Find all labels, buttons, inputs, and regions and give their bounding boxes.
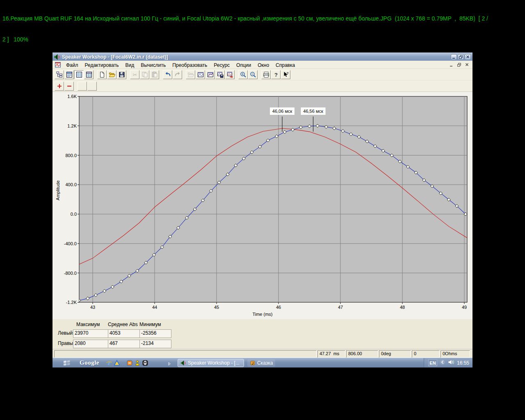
context-help-button[interactable]: ? bbox=[281, 70, 290, 79]
yellow-figure-icon[interactable] bbox=[134, 360, 141, 366]
tray-collapse-icon[interactable] bbox=[440, 359, 445, 367]
window-title: Speaker Workshop - [Focal6W2.in.r (datas… bbox=[62, 54, 451, 60]
status-value: 806.00 bbox=[346, 350, 378, 358]
taskbar-button-label: Speaker Workshop - [... bbox=[188, 360, 240, 366]
help-button[interactable]: ? bbox=[271, 70, 281, 79]
desktop-screenshot: Speaker Workshop - [Focal6W2.in.r (datas… bbox=[52, 52, 472, 368]
new-button[interactable] bbox=[97, 70, 107, 79]
stats-left-max-field[interactable]: 23970 bbox=[73, 329, 110, 338]
svg-text:46,56 мск: 46,56 мск bbox=[303, 109, 323, 114]
start-button[interactable] bbox=[63, 360, 71, 366]
svg-text:49: 49 bbox=[462, 305, 467, 310]
add-point-button[interactable] bbox=[55, 82, 64, 91]
svg-text:Amplitude: Amplitude bbox=[55, 180, 60, 201]
close-button[interactable] bbox=[465, 54, 471, 60]
sheet2-icon bbox=[76, 71, 82, 78]
view-sheet-button[interactable] bbox=[64, 70, 74, 79]
remove-point-button[interactable] bbox=[64, 82, 74, 91]
menu-item-edit[interactable]: Редактировать bbox=[82, 62, 122, 69]
language-indicator[interactable]: EN bbox=[428, 359, 437, 366]
minimize-button[interactable] bbox=[451, 54, 457, 60]
restore-button[interactable] bbox=[458, 54, 464, 60]
stats-header-avg-abs: Среднее Abs bbox=[108, 322, 138, 327]
quicklaunch-expand-icon[interactable] bbox=[167, 361, 172, 365]
svg-text:45: 45 bbox=[214, 305, 219, 310]
menu-item-help[interactable]: Справка bbox=[272, 62, 298, 69]
taskbar: Google e Speaker Workshop - [... Сказка … bbox=[52, 358, 472, 368]
svg-text:-400.0: -400.0 bbox=[64, 241, 77, 246]
zoom-in-button[interactable] bbox=[238, 70, 248, 79]
redo-icon bbox=[174, 71, 181, 78]
dataset-document-icon bbox=[55, 62, 61, 68]
mdi-restore-button[interactable] bbox=[456, 62, 462, 68]
chart-window-2-button[interactable] bbox=[205, 70, 215, 79]
export-chart-button[interactable] bbox=[225, 70, 235, 79]
zoom-out-button[interactable] bbox=[248, 70, 258, 79]
menu-items: ФайлРедактироватьВидВычислитьПреобразова… bbox=[63, 61, 298, 68]
google-toolbar[interactable]: Google bbox=[80, 359, 99, 366]
menu-item-view[interactable]: Вид bbox=[122, 62, 137, 69]
volume-icon[interactable] bbox=[448, 359, 454, 367]
blank-icon bbox=[79, 83, 86, 89]
triangle-icon[interactable] bbox=[114, 360, 120, 366]
save-button[interactable] bbox=[117, 70, 126, 79]
svg-text:-800.0: -800.0 bbox=[64, 271, 77, 276]
blank-button-1[interactable] bbox=[78, 82, 87, 91]
menu-item-options[interactable]: Опции bbox=[233, 62, 254, 69]
toolbar-standard: ✂?? bbox=[52, 69, 472, 80]
savechart-icon bbox=[217, 71, 224, 78]
paste-button bbox=[150, 70, 159, 79]
orange-badge-icon[interactable] bbox=[126, 360, 133, 366]
print-button[interactable] bbox=[261, 70, 271, 79]
plus-icon bbox=[56, 83, 63, 89]
stats-row-label-left: Левый bbox=[58, 330, 73, 336]
quick-launch: e bbox=[106, 360, 148, 366]
chart-client-area: 434445464748491.6K1.2K800.0400.00.0-400.… bbox=[52, 92, 472, 319]
print-icon bbox=[263, 71, 269, 78]
stats-left-min-field[interactable]: -25356 bbox=[139, 329, 171, 338]
taskbar-button-speaker-workshop[interactable]: Speaker Workshop - [... bbox=[178, 359, 244, 367]
viewer-caption-line1: 16.Реакция MB Quart RUF 164 на Исходный … bbox=[2, 15, 524, 22]
newfile-icon bbox=[99, 71, 105, 78]
viewer-caption: 16.Реакция MB Quart RUF 164 на Исходный … bbox=[2, 1, 524, 50]
status-time: 47.27 ms bbox=[317, 350, 345, 358]
stats-left-avg-abs-field[interactable]: 4053 bbox=[108, 329, 141, 338]
zoomout-icon bbox=[250, 71, 256, 78]
mdi-close-button[interactable] bbox=[464, 62, 470, 68]
blank-icon bbox=[89, 83, 96, 89]
chartwin-icon bbox=[197, 71, 204, 78]
import-button bbox=[186, 70, 195, 79]
view-grid-button[interactable] bbox=[84, 70, 94, 79]
menu-item-window[interactable]: Окно bbox=[254, 62, 272, 69]
blank-button-2[interactable] bbox=[87, 82, 97, 91]
status-extra: 0 bbox=[412, 350, 440, 358]
zoomin-icon bbox=[240, 71, 247, 78]
importfolder-icon bbox=[187, 71, 194, 78]
menu-item-file[interactable]: Файл bbox=[63, 62, 82, 69]
ie-icon[interactable]: e bbox=[106, 360, 112, 366]
svg-text:0.0: 0.0 bbox=[71, 212, 77, 217]
taskbar-button-skazka[interactable]: Сказка bbox=[247, 359, 275, 367]
cut-button: ✂ bbox=[130, 70, 139, 79]
stats-right-avg-abs-field[interactable]: 467 bbox=[108, 340, 141, 348]
stats-right-max-field[interactable]: 2080 bbox=[73, 340, 110, 348]
stats-right-min-field[interactable]: -2134 bbox=[139, 340, 171, 348]
save-chart-button[interactable] bbox=[215, 70, 225, 79]
open-icon bbox=[109, 71, 115, 78]
svg-text:46,06 мск: 46,06 мск bbox=[272, 109, 292, 114]
undo-icon bbox=[164, 71, 171, 78]
svg-text:1.2K: 1.2K bbox=[67, 123, 77, 128]
view-datasheet-button[interactable] bbox=[74, 70, 84, 79]
menu-item-calculate[interactable]: Вычислить bbox=[137, 62, 169, 69]
menu-item-transform[interactable]: Преобразовать bbox=[169, 62, 210, 69]
view-tree-button[interactable] bbox=[55, 70, 64, 79]
clock[interactable]: 16:55 bbox=[457, 360, 469, 366]
open-button[interactable] bbox=[107, 70, 116, 79]
undo-button[interactable] bbox=[163, 70, 172, 79]
svg-text:47: 47 bbox=[338, 305, 343, 310]
mdi-minimize-button[interactable] bbox=[448, 62, 454, 68]
alien-icon[interactable] bbox=[142, 360, 148, 366]
save-icon bbox=[119, 71, 125, 78]
chart-window-button[interactable] bbox=[196, 70, 205, 79]
menu-item-resource[interactable]: Ресурс bbox=[210, 62, 233, 69]
